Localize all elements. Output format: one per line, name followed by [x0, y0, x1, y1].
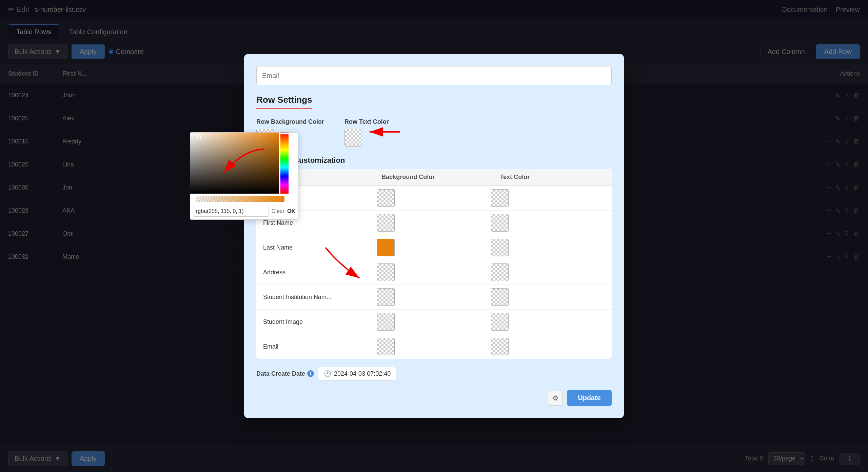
cell-color-row-address: Address [256, 260, 612, 285]
cell-color-row-email: Email [256, 334, 612, 359]
col-header-text-color: Text Color [493, 169, 612, 185]
cell-bg-swatch[interactable] [377, 239, 491, 256]
settings-button[interactable]: ⚙ [548, 391, 563, 406]
alpha-slider[interactable] [196, 196, 284, 202]
email-input[interactable] [256, 66, 612, 85]
color-cursor [197, 135, 201, 139]
email-text-swatch[interactable] [491, 338, 509, 355]
cell-bg-swatch[interactable] [377, 214, 491, 232]
color-picker-footer: Clear OK [190, 203, 298, 219]
last-name-text-swatch[interactable] [491, 239, 509, 256]
cell-row-name: Address [263, 269, 377, 276]
cell-color-title: Cell Color Customization [256, 156, 612, 165]
cell-bg-swatch[interactable] [377, 338, 491, 355]
cell-row-name: Student Institution Nam... [263, 294, 377, 301]
cell-color-row-first-name: First Name [256, 211, 612, 235]
date-value: 2024-04-03 07:02:40 [334, 370, 391, 377]
address-text-swatch[interactable] [491, 263, 509, 281]
student-id-bg-swatch[interactable] [377, 189, 395, 207]
alpha-row [190, 194, 298, 202]
row-settings-title: Row Settings [256, 95, 612, 110]
color-picker-popup: Clear OK [190, 132, 298, 220]
institution-bg-swatch[interactable] [377, 288, 395, 306]
update-button[interactable]: Update [567, 390, 612, 406]
data-create-label: Data Create Date i [256, 370, 314, 377]
cell-text-swatch[interactable] [491, 288, 605, 306]
email-bg-swatch[interactable] [377, 338, 395, 355]
cell-bg-swatch[interactable] [377, 288, 491, 306]
row-settings-modal: Row Settings Row Background Color Row Te… [244, 54, 624, 418]
cell-color-table: Column Background Color Text Color Stude… [256, 169, 612, 359]
cell-color-table-header: Column Background Color Text Color [256, 169, 612, 186]
col-header-bg-color: Background Color [375, 169, 493, 185]
cell-row-name: First Name [263, 219, 377, 227]
row-text-color-swatch[interactable] [344, 129, 362, 146]
cell-text-swatch[interactable] [491, 338, 605, 355]
cell-text-swatch[interactable] [491, 239, 605, 256]
cell-row-name: Email [263, 343, 377, 350]
last-name-bg-swatch[interactable] [377, 239, 395, 256]
row-settings-colors: Row Background Color Row Text Color [256, 118, 612, 146]
address-bg-swatch[interactable] [377, 263, 395, 281]
data-create-date-row: Data Create Date i 🕐 2024-04-03 07:02:40 [256, 367, 612, 380]
first-name-text-swatch[interactable] [491, 214, 509, 232]
image-text-swatch[interactable] [491, 313, 509, 331]
first-name-bg-swatch[interactable] [377, 214, 395, 232]
color-picker-body [190, 133, 289, 194]
cell-text-swatch[interactable] [491, 189, 605, 207]
cell-color-row-student-id: Student ID [256, 186, 612, 211]
row-bg-color-label: Row Background Color [256, 118, 324, 125]
institution-text-swatch[interactable] [491, 288, 509, 306]
student-id-text-swatch[interactable] [491, 189, 509, 207]
clock-icon: 🕐 [324, 370, 331, 377]
spectrum-indicator [279, 133, 290, 135]
date-input[interactable]: 🕐 2024-04-03 07:02:40 [318, 367, 396, 380]
cell-row-name: Student Image [263, 318, 377, 326]
cell-bg-swatch[interactable] [377, 263, 491, 281]
image-bg-swatch[interactable] [377, 313, 395, 331]
section-title-label: Row Settings [256, 95, 312, 109]
cell-color-row-institution: Student Institution Nam... [256, 285, 612, 310]
cell-color-row-image: Student Image [256, 310, 612, 334]
cell-text-swatch[interactable] [491, 263, 605, 281]
cell-bg-swatch[interactable] [377, 313, 491, 331]
cell-row-name: Last Name [263, 244, 377, 251]
row-text-color-group: Row Text Color [344, 118, 389, 146]
info-icon: i [307, 370, 314, 377]
cell-color-row-last-name: Last Name [256, 235, 612, 260]
gear-icon: ⚙ [552, 394, 558, 402]
modal-footer: ⚙ Update [256, 390, 612, 406]
cell-text-swatch[interactable] [491, 214, 605, 232]
color-clear-button[interactable]: Clear [272, 208, 284, 214]
cell-text-swatch[interactable] [491, 313, 605, 331]
color-gradient-picker[interactable] [190, 133, 279, 194]
cell-bg-swatch[interactable] [377, 189, 491, 207]
color-ok-button[interactable]: OK [287, 208, 295, 214]
color-value-input[interactable] [193, 206, 269, 217]
color-spectrum-slider[interactable] [280, 133, 289, 194]
row-text-color-label: Row Text Color [344, 118, 389, 125]
